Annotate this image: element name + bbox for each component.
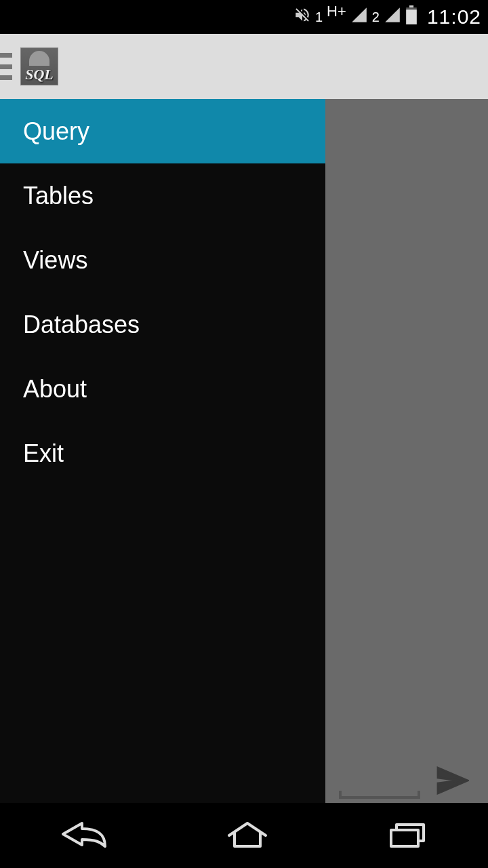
drawer-item-label: Tables [23,182,94,210]
network-type: H+ [327,3,346,20]
drawer-item-about[interactable]: About [0,357,325,421]
recents-icon[interactable] [384,819,432,852]
drawer-item-databases[interactable]: Databases [0,292,325,357]
status-bar: 1 H+ 2 11:02 [0,0,488,34]
clock: 11:02 [427,5,481,28]
drawer-item-label: Query [23,117,89,146]
drawer-item-label: Databases [23,311,140,339]
query-input[interactable] [339,796,420,799]
system-nav-bar [0,803,488,868]
drawer-item-exit[interactable]: Exit [0,421,325,486]
svg-rect-3 [391,830,418,846]
home-icon[interactable] [224,819,271,852]
drawer-item-views[interactable]: Views [0,228,325,292]
drawer-item-label: About [23,375,87,403]
drawer-item-query[interactable]: Query [0,99,325,163]
drawer-item-label: Exit [23,439,64,468]
drawer-item-tables[interactable]: Tables [0,163,325,228]
app-icon[interactable]: SQL [20,47,58,85]
send-icon[interactable] [435,764,469,800]
svg-rect-2 [406,9,417,24]
battery-icon [405,5,418,29]
sim1-label: 1 [315,9,323,25]
navigation-drawer: Query Tables Views Databases About Exit [0,99,325,803]
mute-icon [293,6,311,28]
drawer-item-label: Views [23,246,87,275]
app-icon-label: SQL [25,66,54,83]
signal2-icon [384,6,401,28]
menu-icon[interactable] [0,53,12,80]
back-icon[interactable] [56,819,110,852]
content-area: Query Tables Views Databases About Exit [0,99,488,803]
action-bar: SQL [0,34,488,99]
svg-rect-0 [409,5,413,7]
signal1-icon [350,6,368,28]
sim2-label: 2 [372,9,380,25]
